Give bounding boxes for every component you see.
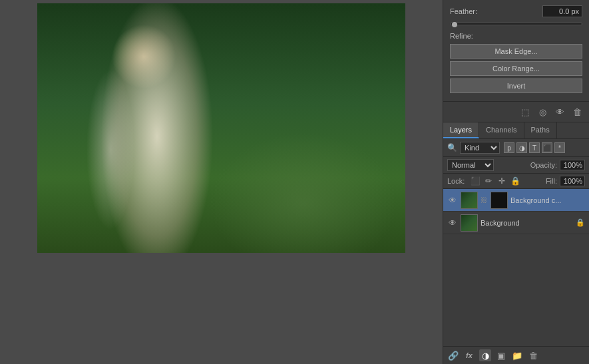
fx-icon[interactable]: fx: [463, 349, 475, 361]
canvas-below: [3, 253, 439, 361]
layer-thumb-0: [461, 192, 478, 209]
opacity-input[interactable]: [560, 160, 585, 170]
tab-channels[interactable]: Channels: [479, 122, 524, 138]
lock-label: Lock:: [447, 177, 465, 185]
filter-pixel-icon[interactable]: p: [504, 142, 514, 153]
opacity-label: Opacity:: [530, 161, 557, 169]
panel-tabs: Layers Channels Paths: [443, 122, 589, 139]
lock-paint-icon[interactable]: ✏: [483, 176, 494, 186]
layers-list: 👁 ⛓ Background c... 👁 Background 🔒: [443, 189, 589, 346]
properties-section: Feather: Refine: Mask Edge... Color Rang…: [443, 0, 589, 102]
feather-slider[interactable]: [450, 23, 582, 25]
filter-search-icon: 🔍: [447, 143, 457, 152]
tab-paths[interactable]: Paths: [524, 122, 557, 138]
right-panel: Feather: Refine: Mask Edge... Color Rang…: [443, 0, 589, 364]
layer-chain-0: ⛓: [481, 196, 487, 204]
feather-row: Feather:: [450, 5, 582, 17]
layer-item-background[interactable]: 👁 Background 🔒: [443, 212, 589, 234]
eye-icon[interactable]: 👁: [553, 105, 566, 118]
layer-name-0: Background c...: [510, 196, 585, 204]
refine-label: Refine:: [450, 32, 582, 40]
trash-icon[interactable]: 🗑: [527, 349, 539, 361]
lock-icons: ⬛ ✏ ✛ 🔒: [470, 176, 520, 186]
layer-thumb-1: [461, 214, 478, 232]
canvas-image: [37, 3, 405, 253]
filter-shape-icon[interactable]: ⬛: [542, 142, 552, 153]
fill-label: Fill:: [546, 177, 557, 185]
filter-kind-select[interactable]: Kind: [460, 142, 500, 154]
mask-icon[interactable]: ▣: [495, 349, 507, 361]
blend-row: Normal Multiply Screen Overlay Opacity:: [443, 157, 589, 174]
target-icon[interactable]: ◎: [536, 105, 549, 118]
filter-adj-icon[interactable]: ◑: [516, 142, 527, 153]
layer-item-background-copy[interactable]: 👁 ⛓ Background c...: [443, 189, 589, 212]
color-range-button[interactable]: Color Range...: [450, 61, 582, 76]
feather-input[interactable]: [542, 5, 582, 17]
tab-layers[interactable]: Layers: [443, 122, 479, 138]
link-icon[interactable]: 🔗: [447, 349, 459, 361]
lock-move-icon[interactable]: ✛: [496, 176, 507, 186]
blend-mode-select[interactable]: Normal Multiply Screen Overlay: [447, 159, 494, 171]
adjustment-icon[interactable]: ◑: [479, 349, 491, 361]
delete-icon[interactable]: 🗑: [570, 105, 584, 118]
feather-label: Feather:: [450, 7, 477, 15]
layers-panel: Layers Channels Paths 🔍 Kind p ◑ T ⬛ * N…: [443, 122, 589, 364]
layer-name-1: Background: [481, 219, 573, 227]
layer-visibility-0[interactable]: 👁: [447, 195, 458, 206]
fill-input[interactable]: [560, 176, 585, 186]
feather-slider-row: [450, 23, 582, 25]
lock-transparent-icon[interactable]: ⬛: [470, 176, 481, 186]
lock-row: Lock: ⬛ ✏ ✛ 🔒 Fill:: [443, 174, 589, 189]
selection-icon[interactable]: ⬚: [518, 105, 532, 118]
filter-type-icon[interactable]: T: [529, 142, 540, 153]
layers-bottom: 🔗 fx ◑ ▣ 📁 🗑: [443, 346, 589, 364]
invert-button[interactable]: Invert: [450, 79, 582, 93]
layer-visibility-1[interactable]: 👁: [447, 218, 458, 228]
filter-icons: p ◑ T ⬛ *: [504, 142, 565, 153]
filter-row: 🔍 Kind p ◑ T ⬛ *: [443, 139, 589, 157]
layer-lock-1: 🔒: [576, 218, 585, 228]
mask-edge-button[interactable]: Mask Edge...: [450, 44, 582, 59]
lock-all-icon[interactable]: 🔒: [510, 176, 520, 186]
filter-smart-icon[interactable]: *: [554, 142, 565, 153]
layer-mask-0: [491, 192, 508, 209]
canvas-area: [0, 0, 443, 364]
icon-toolbar: ⬚ ◎ 👁 🗑: [443, 102, 589, 122]
folder-icon[interactable]: 📁: [511, 349, 523, 361]
feather-slider-thumb[interactable]: [452, 22, 457, 27]
